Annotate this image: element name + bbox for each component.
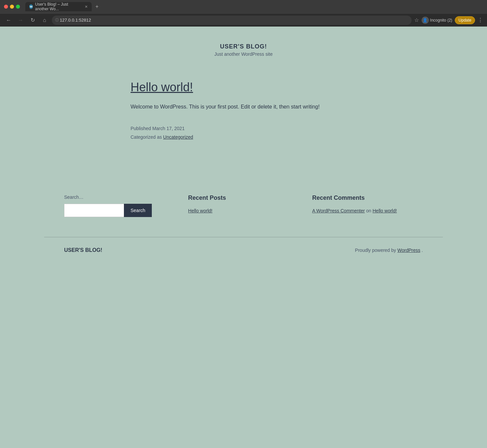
browser-window: W User's Blog! – Just another Wo... ✕ + … — [0, 0, 487, 448]
site-footer: USER'S BLOG! Proudly powered by WordPres… — [44, 237, 443, 263]
post-title: Hello world! — [131, 80, 356, 94]
nav-bar: ← → ↻ ⌂ ⓘ ☆ 👤 Incognito (2) Update ⋮ — [0, 13, 487, 27]
recent-posts-widget: Recent Posts Hello world! — [188, 194, 299, 217]
categorized-meta: Categorized as Uncategorized — [131, 133, 356, 141]
active-tab[interactable]: W User's Blog! – Just another Wo... ✕ — [25, 2, 92, 11]
search-button[interactable]: Search — [124, 204, 152, 217]
address-bar-container: ⓘ — [52, 16, 412, 25]
search-form: Search — [64, 204, 175, 217]
commenter-link[interactable]: A WordPress Commenter — [312, 208, 365, 213]
footer-widgets: Search… Search Recent Posts Hello world!… — [44, 181, 443, 230]
published-meta: Published March 17, 2021 — [131, 124, 356, 133]
forward-button[interactable]: → — [16, 16, 25, 25]
search-widget: Search… Search — [64, 194, 175, 217]
wordpress-favicon: W — [29, 4, 33, 9]
search-input[interactable] — [64, 204, 124, 217]
incognito-icon: 👤 — [422, 17, 429, 24]
browser-menu-button[interactable]: ⋮ — [478, 17, 483, 23]
site-header: USER'S BLOG! Just another WordPress site — [0, 27, 487, 67]
maximize-window-button[interactable] — [16, 5, 20, 9]
credits-prefix: Proudly powered by — [355, 248, 398, 253]
footer-credits: Proudly powered by WordPress . — [355, 248, 423, 253]
new-tab-button[interactable]: + — [93, 3, 101, 11]
recent-posts-title: Recent Posts — [188, 194, 299, 201]
site-title: USER'S BLOG! — [7, 43, 480, 50]
credits-suffix: . — [422, 248, 423, 253]
recent-comments-title: Recent Comments — [312, 194, 423, 201]
published-date: March 17, 2021 — [152, 126, 184, 131]
comment-post-link[interactable]: Hello world! — [372, 208, 397, 213]
list-item: Hello world! — [188, 208, 299, 213]
close-window-button[interactable] — [4, 5, 8, 9]
published-label: Published — [131, 126, 152, 131]
home-button[interactable]: ⌂ — [40, 16, 49, 25]
tab-close-button[interactable]: ✕ — [85, 5, 88, 9]
recent-comment-item: A WordPress Commenter on Hello world! — [312, 208, 423, 213]
category-link[interactable]: Uncategorized — [163, 134, 193, 140]
post-meta: Published March 17, 2021 Categorized as … — [131, 124, 356, 141]
tab-title: User's Blog! – Just another Wo... — [35, 2, 83, 11]
credits-link[interactable]: WordPress — [397, 248, 420, 253]
incognito-button[interactable]: 👤 Incognito (2) — [422, 17, 452, 24]
reload-button[interactable]: ↻ — [28, 16, 37, 25]
page-content: USER'S BLOG! Just another WordPress site… — [0, 27, 487, 448]
incognito-label: Incognito (2) — [430, 18, 452, 23]
main-content: Hello world! Welcome to WordPress. This … — [111, 67, 376, 155]
search-widget-label: Search… — [64, 194, 175, 200]
lock-icon: ⓘ — [55, 18, 59, 23]
update-button[interactable]: Update — [455, 16, 475, 24]
nav-right: ☆ 👤 Incognito (2) Update ⋮ — [414, 16, 483, 24]
title-bar: W User's Blog! – Just another Wo... ✕ + — [0, 0, 487, 13]
site-tagline: Just another WordPress site — [7, 51, 480, 57]
minimize-window-button[interactable] — [10, 5, 14, 9]
categorized-label: Categorized as — [131, 134, 163, 140]
bookmark-button[interactable]: ☆ — [414, 17, 419, 23]
recent-comments-widget: Recent Comments A WordPress Commenter on… — [312, 194, 423, 217]
recent-post-link[interactable]: Hello world! — [188, 208, 212, 213]
on-label: on — [366, 208, 372, 213]
tab-bar: W User's Blog! – Just another Wo... ✕ + — [25, 2, 483, 11]
back-button[interactable]: ← — [4, 16, 13, 25]
footer-site-name: USER'S BLOG! — [64, 247, 102, 253]
traffic-lights — [4, 5, 20, 9]
address-bar[interactable] — [52, 16, 412, 25]
recent-posts-list: Hello world! — [188, 208, 299, 213]
post-content: Welcome to WordPress. This is your first… — [131, 102, 356, 111]
